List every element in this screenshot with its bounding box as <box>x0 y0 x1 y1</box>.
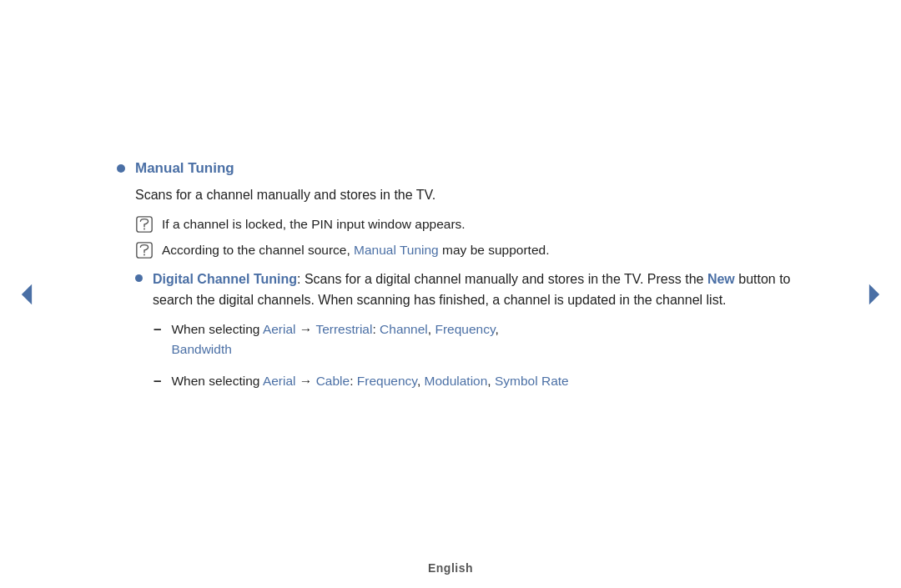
dash1-before: When selecting <box>171 322 262 336</box>
dash-item-cable: – When selecting Aerial → Cable: Frequen… <box>154 371 818 392</box>
svg-point-5 <box>143 254 145 255</box>
dash1-bandwidth: Bandwidth <box>171 342 231 356</box>
main-bullet-manual-tuning: Manual Tuning <box>117 160 818 177</box>
dash2-comma2: , <box>487 374 495 388</box>
dash2-comma1: , <box>417 374 425 388</box>
description-text: Scans for a channel manually and stores … <box>135 185 818 206</box>
content-area: Manual Tuning Scans for a channel manual… <box>67 135 834 453</box>
sub-sub-section: – When selecting Aerial → Terrestrial: C… <box>154 319 818 392</box>
digital-title: Digital Channel Tuning <box>153 272 297 286</box>
sub-bullet-dot <box>135 274 143 282</box>
note-item-1: If a channel is locked, the PIN input wi… <box>135 214 818 234</box>
note-text-2: According to the channel source, Manual … <box>162 240 549 259</box>
dash1-channel: Channel <box>380 322 428 336</box>
note-icon-1 <box>135 215 154 234</box>
note-icon-2 <box>135 241 154 259</box>
new-text: New <box>707 272 735 286</box>
sub-section-digital: Digital Channel Tuning: Scans for a digi… <box>135 269 818 391</box>
dash2-symbol-rate: Symbol Rate <box>495 374 569 388</box>
dash2-aerial: Aerial <box>263 374 296 388</box>
note2-before: According to the channel source, <box>162 243 354 257</box>
main-title: Manual Tuning <box>135 160 234 177</box>
dash1-aerial: Aerial <box>263 322 296 336</box>
dash-symbol-1: – <box>154 319 161 340</box>
digital-text: Scans for a digital channel manually and… <box>300 272 707 286</box>
dash1-terrestrial: Terrestrial <box>315 322 372 336</box>
nav-arrow-left[interactable] <box>15 283 38 306</box>
dash2-arrow: → <box>296 374 316 388</box>
note2-link: Manual Tuning <box>354 243 439 257</box>
dash2-colon: : <box>350 374 357 388</box>
dash-item-terrestrial: – When selecting Aerial → Terrestrial: C… <box>154 319 818 359</box>
dash-symbol-2: – <box>154 370 161 392</box>
dash-text-cable: When selecting Aerial → Cable: Frequency… <box>171 371 568 391</box>
dash1-colon: : <box>372 322 380 336</box>
dash-text-terrestrial: When selecting Aerial → Terrestrial: Cha… <box>171 319 498 359</box>
svg-marker-0 <box>22 284 32 304</box>
footer-language: English <box>428 561 473 575</box>
bullet-dot <box>117 164 125 173</box>
svg-point-3 <box>143 228 145 229</box>
sub-text-digital: Digital Channel Tuning: Scans for a digi… <box>153 269 818 311</box>
note-item-2: According to the channel source, Manual … <box>135 240 818 259</box>
note-text-1: If a channel is locked, the PIN input wi… <box>162 214 466 234</box>
dash2-before: When selecting <box>171 374 262 388</box>
dash1-frequency: Frequency <box>435 322 495 336</box>
dash1-arrow: → <box>296 322 316 336</box>
svg-marker-1 <box>869 284 879 304</box>
dash2-frequency: Frequency <box>357 374 417 388</box>
sub-bullet-digital: Digital Channel Tuning: Scans for a digi… <box>135 269 818 311</box>
page-container: Manual Tuning Scans for a channel manual… <box>0 0 901 588</box>
note2-after: may be supported. <box>439 243 550 257</box>
nav-arrow-right[interactable] <box>863 283 886 306</box>
dash2-modulation: Modulation <box>425 374 488 388</box>
dash2-cable: Cable <box>316 374 350 388</box>
dash1-comma2: , <box>496 322 499 336</box>
